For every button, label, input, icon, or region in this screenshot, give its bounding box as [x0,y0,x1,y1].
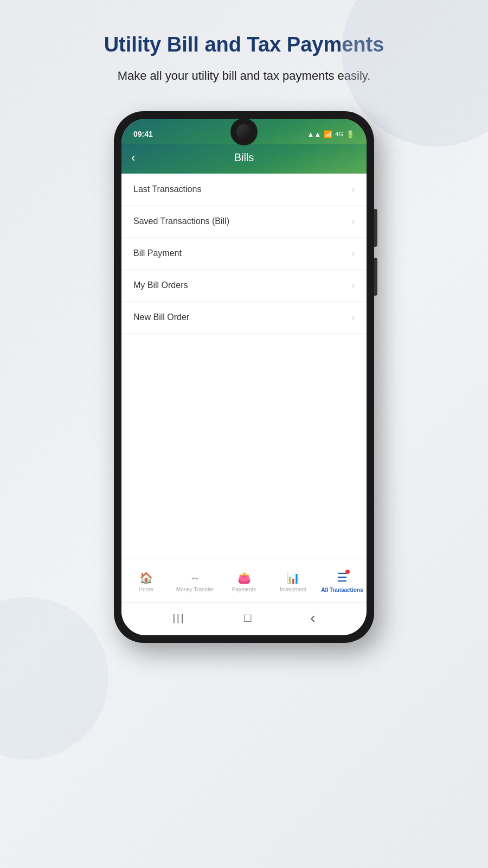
all-transactions-icon-wrapper: ☰ [337,571,348,585]
investment-icon: 📊 [286,571,300,584]
page-title: Utility Bill and Tax Payments [104,33,384,58]
nav-payments[interactable]: 👛 Payments [220,571,268,592]
menu-item-label: Saved Transactions (Bill) [133,216,229,226]
phone-shell: 09:41 ▲▲ 📶 4G 🔋 ‹ Bills Last Transaction… [114,111,374,643]
nav-money-transfer-label: Money Transfer [176,586,214,592]
payments-icon: 👛 [237,571,251,584]
bottom-nav: 🏠 Home ↔️ Money Transfer 👛 Payments 📊 In… [121,559,367,602]
menu-item-my-bill-orders[interactable]: My Bill Orders › [121,270,367,302]
menu-item-label: My Bill Orders [133,280,188,290]
android-nav-bar: ||| □ ‹ [121,602,367,635]
menu-item-last-transactions[interactable]: Last Transactions › [121,174,367,206]
menu-item-new-bill-order[interactable]: New Bill Order › [121,302,367,334]
menu-list: Last Transactions › Saved Transactions (… [121,174,367,559]
menu-item-saved-transactions[interactable]: Saved Transactions (Bill) › [121,206,367,238]
nav-home[interactable]: 🏠 Home [121,571,170,592]
notch-camera [236,124,252,139]
nav-all-transactions-label: All Transactions [321,587,363,593]
menu-item-label: Bill Payment [133,248,182,258]
status-time: 09:41 [133,130,153,138]
menu-item-label: New Bill Order [133,312,189,322]
chevron-right-icon: › [352,312,355,322]
chevron-right-icon: › [352,216,355,226]
nav-payments-label: Payments [232,586,256,592]
nav-investment[interactable]: 📊 Investment [268,571,317,592]
money-transfer-icon: ↔️ [190,572,201,584]
home-button[interactable]: □ [244,611,251,625]
lte-icon: 4G [335,131,343,137]
back-android-button[interactable]: ‹ [310,609,315,627]
nav-money-transfer[interactable]: ↔️ Money Transfer [170,572,219,592]
recents-button[interactable]: ||| [172,612,185,624]
back-button[interactable]: ‹ [131,152,135,164]
notification-dot [345,570,350,574]
signal-icon: 📶 [324,130,332,138]
menu-item-label: Last Transactions [133,184,201,194]
home-icon: 🏠 [139,571,153,584]
menu-item-bill-payment[interactable]: Bill Payment › [121,238,367,270]
phone-notch [230,118,258,145]
page-subtitle: Make all your utility bill and tax payme… [118,67,371,85]
chevron-right-icon: › [352,280,355,290]
phone-screen: 09:41 ▲▲ 📶 4G 🔋 ‹ Bills Last Transaction… [121,119,367,635]
chevron-right-icon: › [352,248,355,258]
header-title: Bills [234,151,254,164]
battery-icon: 🔋 [346,130,355,138]
app-header: ‹ Bills [121,144,367,174]
nav-investment-label: Investment [280,586,306,592]
status-icons: ▲▲ 📶 4G 🔋 [307,130,355,138]
nav-home-label: Home [139,586,153,592]
nav-all-transactions[interactable]: ☰ All Transactions [318,571,367,593]
wifi-icon: ▲▲ [307,130,322,138]
chevron-right-icon: › [352,184,355,194]
